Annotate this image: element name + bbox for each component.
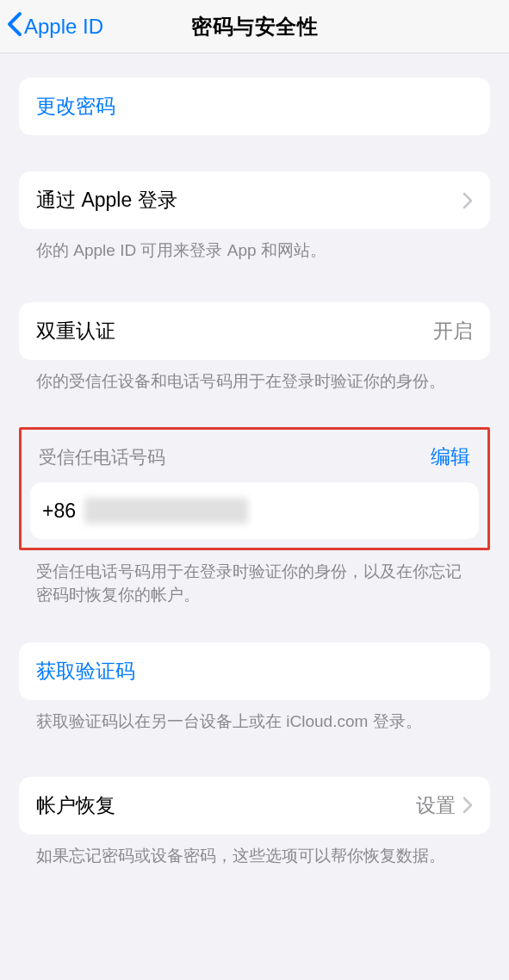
sign-in-with-apple-row[interactable]: 通过 Apple 登录 [19, 171, 490, 229]
trusted-phone-edit-button[interactable]: 编辑 [431, 443, 470, 470]
change-password-label: 更改密码 [36, 93, 115, 120]
two-factor-footer: 你的受信任设备和电话号码用于在登录时验证你的身份。 [19, 360, 490, 394]
two-factor-row[interactable]: 双重认证 开启 [19, 302, 490, 360]
trusted-phone-row[interactable]: +86 [30, 482, 479, 539]
trusted-phone-footer: 受信任电话号码用于在登录时验证你的身份，以及在你忘记密码时恢复你的帐户。 [19, 550, 490, 606]
account-recovery-label: 帐户恢复 [36, 792, 115, 819]
change-password-row[interactable]: 更改密码 [19, 78, 490, 135]
account-recovery-footer: 如果忘记密码或设备密码，这些选项可以帮你恢复数据。 [19, 834, 490, 868]
chevron-left-icon [7, 11, 24, 42]
two-factor-value: 开启 [433, 318, 473, 344]
get-code-row[interactable]: 获取验证码 [19, 642, 490, 700]
chevron-right-icon [462, 192, 473, 209]
two-factor-label: 双重认证 [36, 318, 115, 344]
nav-bar: Apple ID 密码与安全性 [0, 0, 509, 53]
trusted-phone-header: 受信任电话号码 [39, 445, 165, 469]
trusted-phone-highlight: 受信任电话号码 编辑 +86 [19, 427, 490, 550]
back-label: Apple ID [24, 15, 103, 39]
get-code-label: 获取验证码 [36, 658, 135, 685]
account-recovery-row[interactable]: 帐户恢复 设置 [19, 777, 490, 834]
get-code-footer: 获取验证码以在另一台设备上或在 iCloud.com 登录。 [19, 700, 490, 734]
sign-in-with-apple-footer: 你的 Apple ID 可用来登录 App 和网站。 [19, 229, 490, 263]
sign-in-with-apple-label: 通过 Apple 登录 [36, 187, 177, 214]
chevron-right-icon [462, 797, 473, 814]
account-recovery-value: 设置 [416, 792, 456, 819]
trusted-phone-prefix: +86 [42, 499, 76, 523]
trusted-phone-redacted [84, 498, 248, 524]
back-button[interactable]: Apple ID [7, 0, 103, 53]
